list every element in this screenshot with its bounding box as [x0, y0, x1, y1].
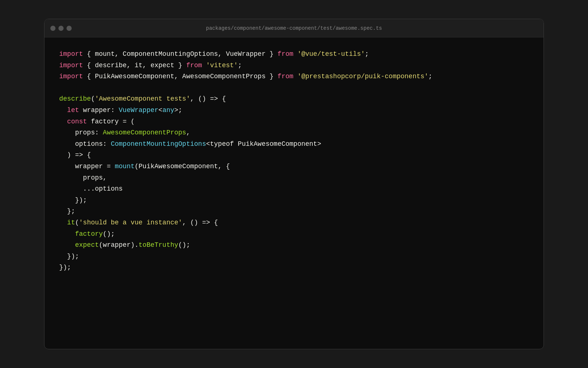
code-line: describe('AwesomeComponent tests', () =>… [59, 93, 529, 105]
code-token: expect [75, 241, 99, 249]
code-token: 'vitest' [206, 62, 238, 69]
code-token: }; [59, 208, 75, 215]
code-token: ComponentMountingOptions [111, 140, 206, 148]
code-token: >; [174, 107, 182, 114]
code-line: let wrapper: VueWrapper<any>; [59, 105, 529, 116]
code-line: import { PuikAwesomeComponent, AwesomeCo… [59, 71, 529, 82]
code-token: (); [178, 241, 190, 249]
code-line: factory(); [59, 228, 529, 240]
code-line: expect(wrapper).toBeTruthy(); [59, 239, 529, 251]
code-token [202, 62, 206, 69]
code-token: props: [59, 129, 103, 136]
code-line: options: ComponentMountingOptions<typeof… [59, 138, 529, 150]
code-token [293, 50, 297, 58]
code-token: factory [75, 230, 103, 238]
code-line: it('should be a vue instance', () => { [59, 217, 529, 228]
traffic-lights [50, 26, 72, 31]
code-token: }); [59, 196, 87, 204]
code-token: 'should be a vue instance' [79, 219, 182, 226]
code-token: PuikAwesomeComponent [238, 140, 317, 148]
code-token: import [59, 62, 83, 69]
code-token: wrapper: [79, 107, 119, 114]
code-token: (); [103, 230, 115, 238]
code-line: }); [59, 262, 529, 273]
code-token: }); [59, 264, 71, 271]
code-token: VueWrapper [119, 107, 158, 114]
code-token: , [186, 129, 190, 136]
code-token: let [67, 107, 79, 114]
code-token: ; [238, 62, 242, 69]
code-token: ( [91, 95, 95, 102]
code-token [59, 241, 75, 249]
minimize-button[interactable] [58, 26, 64, 31]
code-token: from [277, 73, 293, 80]
code-token: import [59, 73, 83, 80]
code-token [293, 73, 297, 80]
code-token: <typeof [206, 140, 238, 148]
code-token: AwesomeComponentProps [103, 129, 186, 136]
file-path: packages/component/awesome-component/tes… [206, 25, 382, 31]
code-token: wrapper = [59, 163, 115, 170]
code-token: > [317, 140, 321, 148]
code-token: any [162, 107, 174, 114]
titlebar: packages/component/awesome-component/tes… [44, 19, 544, 37]
code-token [59, 230, 75, 238]
code-token: '@vue/test-utils' [297, 50, 365, 58]
code-token: ) => { [59, 151, 91, 159]
code-token: }); [59, 253, 79, 260]
code-line: }); [59, 195, 529, 206]
code-token: , () => { [190, 95, 226, 102]
code-token: it [67, 219, 75, 226]
code-token: { describe, it, expect } [83, 62, 186, 69]
code-token: describe [59, 95, 91, 102]
code-token: { mount, ComponentMountingOptions, VueWr… [83, 50, 277, 58]
code-token: '@prestashopcorp/puik-components' [297, 73, 428, 80]
code-line: ) => { [59, 149, 529, 161]
code-token: options: [59, 140, 111, 148]
code-line [59, 82, 529, 94]
code-token: from [277, 50, 293, 58]
code-token [59, 219, 67, 226]
code-token: 'AwesomeComponent tests' [95, 95, 190, 102]
code-token: < [158, 107, 162, 114]
code-line: const factory = ( [59, 116, 529, 127]
code-line: }; [59, 206, 529, 217]
code-line: props: AwesomeComponentProps, [59, 127, 529, 138]
code-token: (wrapper). [99, 241, 139, 249]
code-editor-window: packages/component/awesome-component/tes… [44, 19, 544, 349]
code-token: const [67, 118, 87, 125]
code-token: from [186, 62, 202, 69]
close-button[interactable] [50, 26, 55, 31]
code-token: ...options [59, 185, 123, 192]
code-token: ; [429, 73, 433, 80]
code-line: wrapper = mount(PuikAwesomeComponent, { [59, 161, 529, 172]
code-token: props, [59, 174, 107, 181]
code-line: ...options [59, 183, 529, 195]
code-token [59, 118, 67, 125]
code-token: { PuikAwesomeComponent, AwesomeComponent… [83, 73, 277, 80]
code-line: props, [59, 172, 529, 184]
code-token: factory = ( [87, 118, 135, 125]
code-token: mount [115, 163, 135, 170]
maximize-button[interactable] [67, 26, 72, 31]
code-line: import { describe, it, expect } from 'vi… [59, 60, 529, 71]
code-token: , () => { [182, 219, 218, 226]
code-token: import [59, 50, 83, 58]
code-token: ; [365, 50, 369, 58]
code-content: import { mount, ComponentMountingOptions… [44, 37, 544, 349]
code-token: (PuikAwesomeComponent, { [135, 163, 230, 170]
code-token: ( [75, 219, 79, 226]
code-token [59, 107, 67, 114]
code-line: import { mount, ComponentMountingOptions… [59, 48, 529, 60]
code-line: }); [59, 251, 529, 262]
code-token: toBeTruthy [139, 241, 178, 249]
